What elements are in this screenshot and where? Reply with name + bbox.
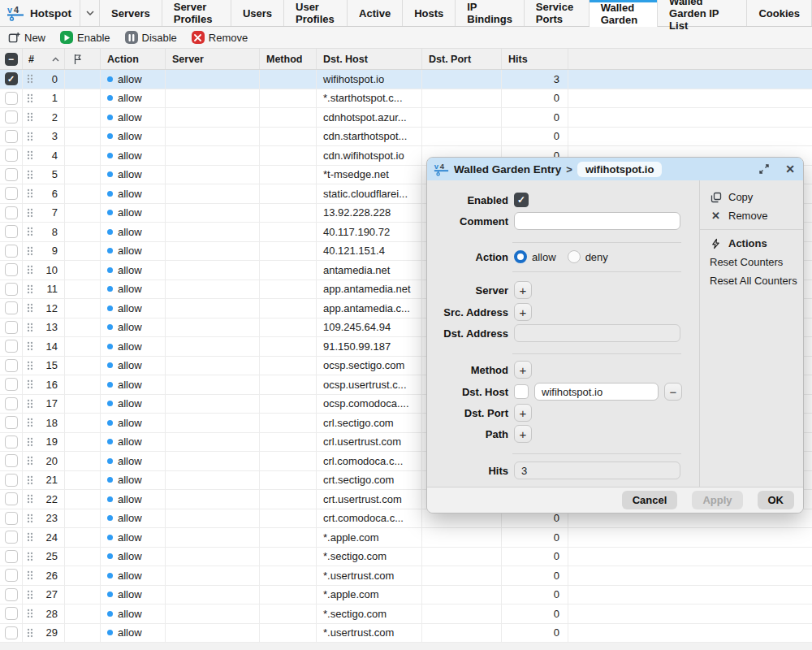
column-header-method[interactable]: Method xyxy=(260,49,317,69)
reset-all-counters-button[interactable]: Reset All Counters xyxy=(700,271,803,290)
row-checkbox[interactable] xyxy=(5,206,18,219)
column-header-dst-host[interactable]: Dst. Host xyxy=(317,49,422,69)
apply-button[interactable]: Apply xyxy=(692,491,742,509)
row-checkbox[interactable] xyxy=(5,168,18,181)
add-src-address-button[interactable]: + xyxy=(514,303,532,321)
drag-handle-icon[interactable] xyxy=(27,418,33,427)
row-checkbox[interactable] xyxy=(5,416,18,429)
table-row[interactable]: 29 allow *.usertrust.com 0 xyxy=(0,624,812,644)
tab[interactable]: User Profiles xyxy=(284,0,348,26)
drag-handle-icon[interactable] xyxy=(27,341,33,351)
remove-dst-host-button[interactable]: − xyxy=(664,383,682,401)
row-checkbox[interactable] xyxy=(5,283,18,296)
row-checkbox[interactable] xyxy=(5,130,18,143)
row-checkbox[interactable] xyxy=(5,512,18,525)
row-checkbox[interactable] xyxy=(5,588,18,601)
row-checkbox[interactable] xyxy=(5,397,18,410)
table-row[interactable]: 25 allow *.sectigo.com 0 xyxy=(0,548,812,567)
reset-counters-button[interactable]: Reset Counters xyxy=(700,253,803,271)
column-header-action[interactable]: Action xyxy=(101,49,166,69)
row-checkbox[interactable] xyxy=(5,436,18,448)
tab[interactable]: Active xyxy=(348,0,403,26)
disable-button[interactable]: Disable xyxy=(125,31,177,44)
drag-handle-icon[interactable] xyxy=(27,532,33,542)
drag-handle-icon[interactable] xyxy=(27,112,33,122)
tab[interactable]: Servers xyxy=(100,0,162,26)
row-checkbox[interactable] xyxy=(5,187,18,200)
radio-allow[interactable] xyxy=(514,250,527,263)
drag-handle-icon[interactable] xyxy=(27,475,33,485)
comment-input[interactable] xyxy=(514,212,680,230)
module-dropdown-button[interactable] xyxy=(80,0,100,26)
drag-handle-icon[interactable] xyxy=(27,74,33,84)
column-header-hits[interactable]: Hits xyxy=(502,49,568,69)
drag-handle-icon[interactable] xyxy=(27,323,33,332)
drag-handle-icon[interactable] xyxy=(27,93,33,103)
copy-button[interactable]: Copy xyxy=(700,188,803,206)
row-checkbox[interactable] xyxy=(5,550,18,563)
row-checkbox[interactable] xyxy=(5,110,18,124)
dialog-titlebar[interactable]: v 4 Walled Garden Entry > wifihotspot.io… xyxy=(427,158,803,180)
radio-deny[interactable] xyxy=(568,250,581,263)
row-checkbox[interactable] xyxy=(5,301,18,314)
add-path-button[interactable]: + xyxy=(514,425,532,443)
drag-handle-icon[interactable] xyxy=(27,456,33,466)
drag-handle-icon[interactable] xyxy=(27,570,33,580)
row-checkbox[interactable] xyxy=(5,321,18,334)
cancel-button[interactable]: Cancel xyxy=(622,491,678,509)
close-icon[interactable]: ✕ xyxy=(785,162,795,176)
row-checkbox[interactable] xyxy=(5,72,18,85)
drag-handle-icon[interactable] xyxy=(27,379,33,389)
column-header-flag[interactable] xyxy=(65,49,101,69)
dst-host-checkbox[interactable] xyxy=(514,384,529,399)
table-row[interactable]: 3 allow cdn.starthotspot... 0 xyxy=(0,128,812,147)
drag-handle-icon[interactable] xyxy=(27,361,33,370)
enabled-checkbox[interactable] xyxy=(514,193,529,207)
row-checkbox[interactable] xyxy=(5,531,18,544)
add-dst-port-button[interactable]: + xyxy=(514,404,532,422)
column-header-number[interactable]: # xyxy=(23,49,65,69)
drag-handle-icon[interactable] xyxy=(27,150,33,160)
select-all-checkbox[interactable] xyxy=(5,53,18,66)
ok-button[interactable]: OK xyxy=(758,491,795,509)
drag-handle-icon[interactable] xyxy=(27,208,33,218)
row-checkbox[interactable] xyxy=(5,492,18,505)
row-checkbox[interactable] xyxy=(5,263,18,276)
drag-handle-icon[interactable] xyxy=(27,284,33,294)
tab[interactable]: Service Ports xyxy=(525,0,590,26)
expand-icon[interactable] xyxy=(759,164,769,174)
drag-handle-icon[interactable] xyxy=(27,265,33,275)
enable-button[interactable]: Enable xyxy=(60,31,110,44)
tab[interactable]: Server Profiles xyxy=(162,0,231,26)
table-row[interactable]: 1 allow *.starthotspot.c... 0 xyxy=(0,89,812,109)
column-header-server[interactable]: Server xyxy=(166,49,260,69)
remove-button[interactable]: Remove xyxy=(192,31,248,44)
row-checkbox[interactable] xyxy=(5,378,18,391)
row-checkbox[interactable] xyxy=(5,225,18,238)
table-row[interactable]: 27 allow *.apple.com 0 xyxy=(0,586,812,605)
drag-handle-icon[interactable] xyxy=(27,609,33,618)
row-checkbox[interactable] xyxy=(5,245,18,258)
dst-address-input[interactable] xyxy=(514,324,680,342)
drag-handle-icon[interactable] xyxy=(27,227,33,236)
new-button[interactable]: New xyxy=(8,32,45,44)
drag-handle-icon[interactable] xyxy=(27,246,33,256)
drag-handle-icon[interactable] xyxy=(27,170,33,180)
row-checkbox[interactable] xyxy=(5,149,18,162)
row-checkbox[interactable] xyxy=(5,474,18,487)
drag-handle-icon[interactable] xyxy=(27,494,33,504)
table-row[interactable]: 26 allow *.usertrust.com 0 xyxy=(0,566,812,586)
drag-handle-icon[interactable] xyxy=(27,552,33,561)
drag-handle-icon[interactable] xyxy=(27,132,33,141)
row-checkbox[interactable] xyxy=(5,626,18,639)
row-checkbox[interactable] xyxy=(5,340,18,353)
drag-handle-icon[interactable] xyxy=(27,399,33,409)
remove-entry-button[interactable]: ✕ Remove xyxy=(700,206,803,225)
row-checkbox[interactable] xyxy=(5,92,18,105)
drag-handle-icon[interactable] xyxy=(27,188,33,198)
row-checkbox[interactable] xyxy=(5,607,18,620)
column-header-dst-port[interactable]: Dst. Port xyxy=(422,49,502,69)
drag-handle-icon[interactable] xyxy=(27,514,33,523)
table-row[interactable]: 28 allow *.sectigo.com 0 xyxy=(0,604,812,624)
row-checkbox[interactable] xyxy=(5,359,18,372)
